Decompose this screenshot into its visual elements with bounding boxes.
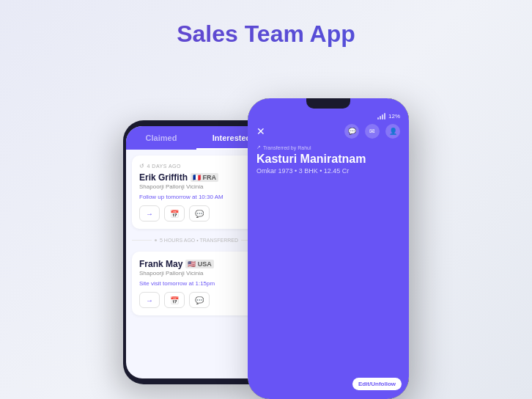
signal-icon xyxy=(377,114,386,120)
transfer-label: Transferred by Rahul xyxy=(256,144,400,150)
whatsapp-icon[interactable]: 💬 xyxy=(189,292,210,308)
list-item[interactable]: 4 DAYS AGO Erik Griffith 🇫🇷 FRA Shapoorj… xyxy=(132,155,261,229)
status-bar: 12% xyxy=(256,113,400,120)
close-button[interactable]: ✕ xyxy=(256,125,265,137)
arrow-icon[interactable]: → xyxy=(139,292,160,308)
tab-bar: Claimed Interested xyxy=(126,126,267,150)
list-item[interactable]: Frank May 🇺🇸 USA Shapoorji Pallonji Vici… xyxy=(132,252,261,315)
person-icon[interactable]: 👤 xyxy=(385,124,400,139)
divider-label: 5 HOURS AGO • TRANSFERRED xyxy=(126,235,267,246)
contact-flag-2: 🇺🇸 USA xyxy=(185,260,214,268)
lead-details: Omkar 1973 • 3 BHK • 12.45 Cr xyxy=(256,167,400,175)
calendar-icon[interactable]: 📅 xyxy=(164,205,185,222)
chat-icon[interactable]: 💬 xyxy=(344,124,359,139)
contacts-list: 4 DAYS AGO Erik Griffith 🇫🇷 FRA Shapoorj… xyxy=(126,155,267,315)
contact-company-2: Shapoorji Pallonji Vicinia xyxy=(139,270,254,277)
tab-claimed[interactable]: Claimed xyxy=(126,133,196,150)
phone-front-screen: 12% ✕ 💬 ✉ 👤 Transferred by Rahul Kasturi… xyxy=(248,98,409,399)
calendar-icon[interactable]: 📅 xyxy=(164,292,185,308)
top-nav: ✕ 💬 ✉ 👤 xyxy=(256,124,400,139)
notch xyxy=(306,98,350,109)
contact-flag-1: 🇫🇷 FRA xyxy=(191,173,218,182)
contact-actions-2: → 📅 💬 xyxy=(139,292,254,308)
page-title: Sales Team App xyxy=(0,0,532,48)
phone-front: 12% ✕ 💬 ✉ 👤 Transferred by Rahul Kasturi… xyxy=(248,98,409,399)
phone-back-screen: Claimed Interested 4 DAYS AGO Erik Griff… xyxy=(126,126,267,378)
lead-header: 12% ✕ 💬 ✉ 👤 Transferred by Rahul Kasturi… xyxy=(248,98,409,399)
contact-name-1: Erik Griffith 🇫🇷 FRA xyxy=(139,172,254,183)
battery-indicator: 12% xyxy=(388,113,400,120)
edit-unfollow-button[interactable]: Edit/Unfollow xyxy=(352,378,402,390)
contact-time-1: 4 DAYS AGO xyxy=(139,163,254,169)
contact-followup-1: Follow up tomorrow at 10:30 AM xyxy=(139,194,254,200)
contact-followup-2: Site visit tomorrow at 1:15pm xyxy=(139,280,254,287)
nav-icons: 💬 ✉ 👤 xyxy=(344,124,400,139)
whatsapp-icon[interactable]: 💬 xyxy=(189,205,210,222)
arrow-icon[interactable]: → xyxy=(139,205,160,222)
contact-company-1: Shapoorji Pallonji Vicinia xyxy=(139,183,254,190)
phones-container: Claimed Interested 4 DAYS AGO Erik Griff… xyxy=(0,66,532,399)
contact-name-2: Frank May 🇺🇸 USA xyxy=(139,259,254,269)
lead-name: Kasturi Maniratnam xyxy=(256,153,400,166)
contact-actions-1: → 📅 💬 xyxy=(139,205,254,222)
email-icon[interactable]: ✉ xyxy=(365,124,380,139)
